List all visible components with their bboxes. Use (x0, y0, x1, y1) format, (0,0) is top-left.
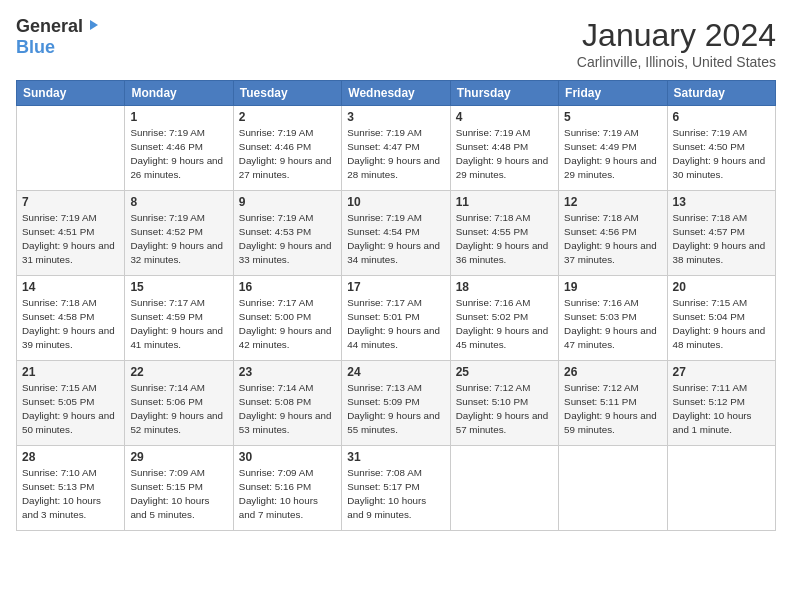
day-cell: 18Sunrise: 7:16 AMSunset: 5:02 PMDayligh… (450, 276, 558, 361)
sunset-text: Sunset: 4:50 PM (673, 141, 745, 152)
daylight-text: Daylight: 9 hours and 48 minutes. (673, 325, 766, 350)
day-info: Sunrise: 7:19 AMSunset: 4:47 PMDaylight:… (347, 126, 444, 181)
day-cell: 31Sunrise: 7:08 AMSunset: 5:17 PMDayligh… (342, 446, 450, 531)
day-cell: 5Sunrise: 7:19 AMSunset: 4:49 PMDaylight… (559, 106, 667, 191)
sunset-text: Sunset: 4:46 PM (239, 141, 311, 152)
sunset-text: Sunset: 4:47 PM (347, 141, 419, 152)
daylight-text: Daylight: 9 hours and 34 minutes. (347, 240, 440, 265)
daylight-text: Daylight: 10 hours and 5 minutes. (130, 495, 209, 520)
daylight-text: Daylight: 9 hours and 47 minutes. (564, 325, 657, 350)
day-number: 6 (673, 110, 770, 124)
day-number: 9 (239, 195, 336, 209)
day-number: 8 (130, 195, 227, 209)
day-number: 3 (347, 110, 444, 124)
day-number: 16 (239, 280, 336, 294)
day-number: 11 (456, 195, 553, 209)
day-info: Sunrise: 7:17 AMSunset: 4:59 PMDaylight:… (130, 296, 227, 351)
day-info: Sunrise: 7:19 AMSunset: 4:53 PMDaylight:… (239, 211, 336, 266)
daylight-text: Daylight: 9 hours and 32 minutes. (130, 240, 223, 265)
sunset-text: Sunset: 4:59 PM (130, 311, 202, 322)
sunrise-text: Sunrise: 7:19 AM (456, 127, 531, 138)
daylight-text: Daylight: 9 hours and 55 minutes. (347, 410, 440, 435)
day-number: 25 (456, 365, 553, 379)
sunrise-text: Sunrise: 7:19 AM (347, 212, 422, 223)
day-cell: 29Sunrise: 7:09 AMSunset: 5:15 PMDayligh… (125, 446, 233, 531)
daylight-text: Daylight: 9 hours and 26 minutes. (130, 155, 223, 180)
day-cell: 26Sunrise: 7:12 AMSunset: 5:11 PMDayligh… (559, 361, 667, 446)
sunrise-text: Sunrise: 7:19 AM (564, 127, 639, 138)
week-row-4: 21Sunrise: 7:15 AMSunset: 5:05 PMDayligh… (17, 361, 776, 446)
day-cell: 19Sunrise: 7:16 AMSunset: 5:03 PMDayligh… (559, 276, 667, 361)
day-info: Sunrise: 7:09 AMSunset: 5:15 PMDaylight:… (130, 466, 227, 521)
day-number: 13 (673, 195, 770, 209)
header-day-monday: Monday (125, 81, 233, 106)
daylight-text: Daylight: 9 hours and 38 minutes. (673, 240, 766, 265)
day-number: 20 (673, 280, 770, 294)
sunrise-text: Sunrise: 7:08 AM (347, 467, 422, 478)
logo-arrow-icon (86, 18, 100, 36)
day-number: 12 (564, 195, 661, 209)
title-block: January 2024 Carlinville, Illinois, Unit… (577, 16, 776, 70)
day-number: 19 (564, 280, 661, 294)
day-number: 21 (22, 365, 119, 379)
daylight-text: Daylight: 9 hours and 57 minutes. (456, 410, 549, 435)
day-info: Sunrise: 7:19 AMSunset: 4:48 PMDaylight:… (456, 126, 553, 181)
sunset-text: Sunset: 5:01 PM (347, 311, 419, 322)
week-row-1: 1Sunrise: 7:19 AMSunset: 4:46 PMDaylight… (17, 106, 776, 191)
sunset-text: Sunset: 4:55 PM (456, 226, 528, 237)
day-number: 10 (347, 195, 444, 209)
day-number: 4 (456, 110, 553, 124)
day-cell: 22Sunrise: 7:14 AMSunset: 5:06 PMDayligh… (125, 361, 233, 446)
day-cell: 6Sunrise: 7:19 AMSunset: 4:50 PMDaylight… (667, 106, 775, 191)
header-day-sunday: Sunday (17, 81, 125, 106)
day-number: 28 (22, 450, 119, 464)
sunrise-text: Sunrise: 7:17 AM (130, 297, 205, 308)
sunset-text: Sunset: 5:11 PM (564, 396, 636, 407)
day-info: Sunrise: 7:15 AMSunset: 5:04 PMDaylight:… (673, 296, 770, 351)
calendar-subtitle: Carlinville, Illinois, United States (577, 54, 776, 70)
sunset-text: Sunset: 4:53 PM (239, 226, 311, 237)
sunset-text: Sunset: 5:00 PM (239, 311, 311, 322)
sunset-text: Sunset: 5:05 PM (22, 396, 94, 407)
sunrise-text: Sunrise: 7:16 AM (564, 297, 639, 308)
day-number: 23 (239, 365, 336, 379)
day-cell: 30Sunrise: 7:09 AMSunset: 5:16 PMDayligh… (233, 446, 341, 531)
day-info: Sunrise: 7:08 AMSunset: 5:17 PMDaylight:… (347, 466, 444, 521)
sunrise-text: Sunrise: 7:14 AM (239, 382, 314, 393)
day-info: Sunrise: 7:17 AMSunset: 5:00 PMDaylight:… (239, 296, 336, 351)
sunset-text: Sunset: 5:08 PM (239, 396, 311, 407)
sunset-text: Sunset: 5:13 PM (22, 481, 94, 492)
page-header: General Blue January 2024 Carlinville, I… (16, 16, 776, 70)
day-cell: 2Sunrise: 7:19 AMSunset: 4:46 PMDaylight… (233, 106, 341, 191)
header-day-thursday: Thursday (450, 81, 558, 106)
daylight-text: Daylight: 10 hours and 9 minutes. (347, 495, 426, 520)
calendar-header-row: SundayMondayTuesdayWednesdayThursdayFrid… (17, 81, 776, 106)
day-info: Sunrise: 7:14 AMSunset: 5:08 PMDaylight:… (239, 381, 336, 436)
sunset-text: Sunset: 4:54 PM (347, 226, 419, 237)
daylight-text: Daylight: 9 hours and 53 minutes. (239, 410, 332, 435)
week-row-5: 28Sunrise: 7:10 AMSunset: 5:13 PMDayligh… (17, 446, 776, 531)
sunrise-text: Sunrise: 7:18 AM (456, 212, 531, 223)
daylight-text: Daylight: 9 hours and 30 minutes. (673, 155, 766, 180)
logo-general: General (16, 16, 83, 37)
daylight-text: Daylight: 9 hours and 44 minutes. (347, 325, 440, 350)
daylight-text: Daylight: 9 hours and 27 minutes. (239, 155, 332, 180)
day-info: Sunrise: 7:12 AMSunset: 5:11 PMDaylight:… (564, 381, 661, 436)
sunrise-text: Sunrise: 7:19 AM (239, 212, 314, 223)
day-cell: 14Sunrise: 7:18 AMSunset: 4:58 PMDayligh… (17, 276, 125, 361)
day-info: Sunrise: 7:10 AMSunset: 5:13 PMDaylight:… (22, 466, 119, 521)
day-cell: 4Sunrise: 7:19 AMSunset: 4:48 PMDaylight… (450, 106, 558, 191)
day-cell (559, 446, 667, 531)
day-number: 18 (456, 280, 553, 294)
day-info: Sunrise: 7:17 AMSunset: 5:01 PMDaylight:… (347, 296, 444, 351)
sunset-text: Sunset: 4:52 PM (130, 226, 202, 237)
logo-blue: Blue (16, 37, 100, 58)
day-info: Sunrise: 7:11 AMSunset: 5:12 PMDaylight:… (673, 381, 770, 436)
sunset-text: Sunset: 4:56 PM (564, 226, 636, 237)
sunrise-text: Sunrise: 7:19 AM (239, 127, 314, 138)
day-number: 26 (564, 365, 661, 379)
logo: General Blue (16, 16, 100, 58)
day-info: Sunrise: 7:19 AMSunset: 4:46 PMDaylight:… (130, 126, 227, 181)
day-info: Sunrise: 7:13 AMSunset: 5:09 PMDaylight:… (347, 381, 444, 436)
day-cell: 12Sunrise: 7:18 AMSunset: 4:56 PMDayligh… (559, 191, 667, 276)
